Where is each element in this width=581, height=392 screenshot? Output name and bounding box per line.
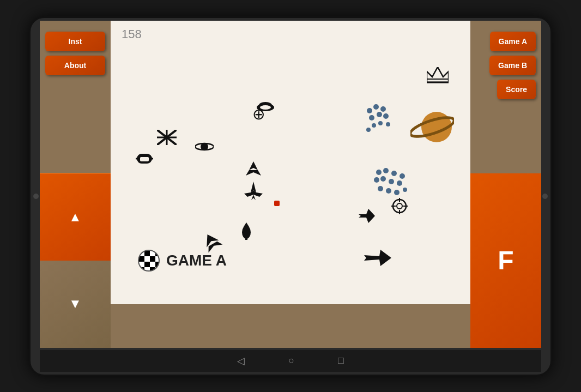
svg-marker-19 xyxy=(251,195,256,200)
svg-marker-55 xyxy=(427,67,449,82)
nav-back-icon[interactable]: ◁ xyxy=(237,355,245,367)
svg-point-52 xyxy=(386,188,391,194)
svg-point-48 xyxy=(380,176,386,182)
svg-point-54 xyxy=(403,188,407,192)
svg-point-14 xyxy=(260,105,271,110)
svg-rect-24 xyxy=(245,238,247,240)
nav-recent-icon[interactable]: □ xyxy=(338,355,344,366)
svg-point-38 xyxy=(383,113,389,119)
shuttle-icon xyxy=(246,161,261,179)
android-nav-bar: ◁ ○ □ xyxy=(40,350,541,372)
game-a-button[interactable]: Game A xyxy=(490,32,536,51)
svg-point-46 xyxy=(400,173,405,179)
score-button[interactable]: Score xyxy=(497,80,536,99)
svg-point-35 xyxy=(380,106,386,112)
svg-point-45 xyxy=(391,171,397,176)
score-display: 158 xyxy=(122,27,142,41)
svg-marker-32 xyxy=(364,250,391,266)
svg-marker-31 xyxy=(359,209,375,223)
left-side-button[interactable] xyxy=(33,194,39,199)
f-button[interactable]: F xyxy=(470,173,541,348)
game-bottom-bar xyxy=(111,304,470,348)
center-panel: 158 ⊕ xyxy=(111,21,470,348)
svg-point-49 xyxy=(389,179,394,184)
dot-cluster-2 xyxy=(372,168,408,203)
svg-marker-15 xyxy=(249,161,258,170)
device-frame: Inst About ▲ ▼ 158 ⊕ xyxy=(29,16,552,376)
right-top-buttons: Game A Game B Score xyxy=(470,26,541,105)
svg-point-42 xyxy=(386,122,390,126)
game-b-button[interactable]: Game B xyxy=(489,56,536,75)
svg-point-51 xyxy=(378,186,383,191)
red-object xyxy=(274,201,280,206)
right-side-button[interactable] xyxy=(542,194,548,199)
game-canvas[interactable]: 158 ⊕ xyxy=(111,21,470,304)
svg-rect-9 xyxy=(140,157,149,161)
svg-point-53 xyxy=(394,190,400,195)
game-label-text: GAME A xyxy=(166,252,227,269)
inst-button[interactable]: Inst xyxy=(45,32,105,51)
nav-home-icon[interactable]: ○ xyxy=(288,355,294,366)
ufo-icon xyxy=(257,100,274,118)
screen-area: Inst About ▲ ▼ 158 ⊕ xyxy=(40,21,541,348)
nav-up-button[interactable]: ▲ xyxy=(40,173,111,261)
jet-icon-2 xyxy=(364,250,391,269)
jet-icon-1 xyxy=(244,182,263,204)
svg-point-40 xyxy=(378,121,383,125)
space-object-crossed xyxy=(157,130,177,149)
left-panel: Inst About ▲ ▼ xyxy=(40,21,111,348)
svg-point-22 xyxy=(242,226,251,239)
nav-down-button[interactable]: ▼ xyxy=(40,261,111,348)
left-nav-area: ▲ ▼ xyxy=(40,173,111,348)
svg-marker-23 xyxy=(244,222,249,227)
svg-point-34 xyxy=(373,104,379,110)
svg-point-39 xyxy=(372,123,376,128)
dot-cluster-1 xyxy=(364,102,394,135)
swoosh-rocket-icon xyxy=(359,209,375,226)
helmet-icon xyxy=(136,153,153,168)
svg-point-50 xyxy=(397,180,402,186)
svg-point-41 xyxy=(366,128,371,132)
svg-marker-16 xyxy=(246,170,261,176)
about-button[interactable]: About xyxy=(45,56,105,75)
left-top-buttons: Inst About xyxy=(40,26,111,81)
crown-icon xyxy=(427,67,449,87)
svg-point-44 xyxy=(383,168,389,173)
small-planet-icon xyxy=(195,141,214,155)
saturn-icon xyxy=(410,108,454,148)
right-panel: Game A Game B Score F xyxy=(470,21,541,348)
svg-point-37 xyxy=(369,115,374,120)
svg-point-47 xyxy=(374,177,379,183)
svg-point-26 xyxy=(397,203,402,209)
svg-point-43 xyxy=(376,170,382,175)
checker-ball xyxy=(138,250,160,272)
bomb-icon xyxy=(240,222,252,243)
svg-point-36 xyxy=(377,112,382,117)
game-label-area: GAME A xyxy=(138,250,227,272)
svg-point-33 xyxy=(367,108,372,113)
